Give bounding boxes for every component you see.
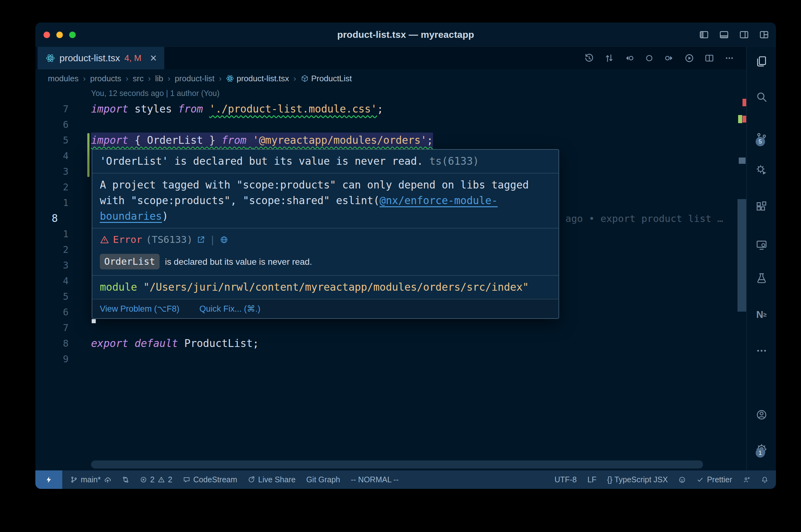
breadcrumb-lib[interactable]: lib	[155, 74, 163, 83]
codestream-item[interactable]: CodeStream	[183, 475, 237, 484]
nx-rule-link[interactable]: boundaries	[100, 210, 162, 222]
codestream-label: CodeStream	[193, 475, 237, 484]
popup-resize-handle[interactable]	[92, 319, 96, 323]
line-number[interactable]: 3	[35, 258, 69, 273]
testing-beaker-icon[interactable]	[747, 271, 776, 285]
gitlens-codelens[interactable]: You, 12 seconds ago | 1 author (You)	[91, 89, 220, 98]
git-graph-item[interactable]: Git Graph	[306, 475, 340, 484]
live-share-icon	[248, 476, 255, 483]
line-number[interactable]: 4	[35, 273, 69, 289]
plain-token: ProductList;	[178, 337, 259, 349]
code-text[interactable]: import { OrderList } from '@myreactapp/m…	[91, 133, 433, 148]
line-number[interactable]: 5	[35, 289, 69, 304]
gutter-change-indicator[interactable]	[87, 133, 90, 177]
git-compare-item[interactable]	[122, 476, 129, 483]
toggle-sidebar-left-icon[interactable]	[699, 30, 709, 40]
line-number[interactable]: 8	[35, 336, 69, 352]
line-number[interactable]: 7	[35, 320, 69, 336]
line-number[interactable]: 6	[35, 304, 69, 320]
globe-icon[interactable]	[220, 235, 229, 244]
string-token: '@myreactapp/modules/orders'	[253, 134, 427, 146]
keyword-token: from	[178, 103, 203, 115]
previous-change-icon[interactable]	[624, 53, 634, 63]
code-line[interactable]: 9	[35, 352, 737, 367]
live-share-item[interactable]: Live Share	[248, 475, 296, 484]
minimize-window-button[interactable]	[56, 32, 63, 38]
code-text[interactable]: import styles from './product-list.modul…	[91, 101, 383, 117]
tab-product-list[interactable]: product-list.tsx 4, M ×	[38, 47, 164, 70]
line-number[interactable]: 1	[35, 226, 69, 242]
plain-token: ;	[377, 103, 383, 115]
code-line[interactable]: 8export default ProductList;	[35, 336, 737, 352]
breadcrumb-products[interactable]: products	[90, 74, 122, 83]
line-number[interactable]: 6	[35, 117, 69, 133]
code-line[interactable]: 7	[35, 320, 737, 336]
horizontal-scrollbar[interactable]	[91, 460, 703, 469]
warnings-icon	[158, 476, 165, 483]
prettier-label: Prettier	[707, 475, 732, 484]
code-line[interactable]: 6	[35, 117, 737, 133]
remote-explorer-icon[interactable]	[747, 238, 776, 252]
breadcrumb-src[interactable]: src	[133, 74, 144, 83]
breadcrumb-product-list[interactable]: product-list	[175, 74, 214, 83]
tab-close-button[interactable]: ×	[150, 53, 157, 64]
code-editor[interactable]: You, 12 seconds ago | 1 author (You) 7im…	[35, 88, 747, 471]
timeline-history-icon[interactable]	[584, 53, 594, 63]
accounts-icon[interactable]	[747, 408, 776, 422]
open-external-icon[interactable]	[197, 235, 205, 244]
remote-indicator[interactable]	[35, 471, 62, 489]
line-number[interactable]: 3	[35, 164, 69, 179]
breadcrumb-symbol[interactable]: ProductList	[301, 74, 352, 83]
problems-item[interactable]: 2 2	[140, 475, 172, 484]
code-line[interactable]: 7import styles from './product-list.modu…	[35, 101, 737, 117]
source-control-icon[interactable]: 5	[747, 131, 776, 145]
close-window-button[interactable]	[43, 32, 50, 38]
line-number[interactable]: 5	[35, 133, 69, 148]
compare-changes-icon[interactable]	[604, 53, 614, 63]
split-editor-icon[interactable]	[704, 53, 714, 63]
language-mode-item[interactable]: {} TypeScript JSX	[607, 475, 668, 484]
extensions-icon[interactable]	[747, 200, 776, 213]
line-number[interactable]: 2	[35, 242, 69, 258]
notifications-bell-icon[interactable]	[761, 476, 768, 483]
line-number[interactable]: 8	[52, 211, 58, 226]
errors-icon	[140, 476, 147, 483]
line-number[interactable]: 9	[35, 352, 69, 367]
zoom-window-button[interactable]	[69, 32, 76, 38]
code-text[interactable]: export default ProductList;	[91, 336, 259, 352]
quick-fix-link[interactable]: Quick Fix... (⌘.)	[199, 304, 260, 314]
feedback-icon[interactable]	[743, 476, 750, 483]
breadcrumb-file[interactable]: product-list.tsx	[226, 74, 289, 83]
view-problem-link[interactable]: View Problem (⌥F8)	[100, 304, 179, 314]
toggle-panel-icon[interactable]	[719, 30, 729, 40]
vim-mode-indicator[interactable]: -- NORMAL --	[351, 475, 399, 484]
line-number[interactable]: 2	[35, 179, 69, 195]
more-actions-icon[interactable]	[724, 53, 734, 63]
react-file-icon	[46, 54, 55, 63]
code-line[interactable]: 5import { OrderList } from '@myreactapp/…	[35, 133, 737, 148]
eol-item[interactable]: LF	[587, 475, 596, 484]
nx-rule-link[interactable]: @nx/enforce-module-	[380, 194, 498, 207]
settings-gear-icon[interactable]: 1	[747, 442, 776, 456]
copilot-icon[interactable]	[678, 476, 686, 483]
encoding-item[interactable]: UTF-8	[554, 475, 577, 484]
overview-ruler[interactable]	[738, 88, 747, 471]
toggle-sidebar-right-icon[interactable]	[739, 30, 749, 40]
explorer-icon[interactable]	[747, 54, 776, 68]
customize-layout-icon[interactable]	[759, 30, 769, 40]
line-number[interactable]: 4	[35, 148, 69, 164]
more-views-icon[interactable]	[747, 344, 776, 358]
vertical-scrollbar-thumb[interactable]	[738, 199, 747, 312]
run-file-icon[interactable]	[684, 53, 694, 63]
next-change-icon[interactable]	[664, 53, 674, 63]
debug-icon[interactable]	[747, 163, 776, 177]
line-number[interactable]: 1	[35, 195, 69, 211]
remote-lightning-icon	[45, 476, 53, 483]
sync-circle-icon[interactable]	[644, 53, 654, 63]
line-number[interactable]: 7	[35, 101, 69, 117]
git-branch-item[interactable]: main*	[70, 475, 111, 484]
breadcrumb-modules[interactable]: modules	[48, 74, 78, 83]
search-icon[interactable]	[747, 90, 776, 104]
nx-console-icon[interactable]: N≥	[747, 308, 776, 322]
breadcrumb-separator: ›	[219, 74, 222, 83]
